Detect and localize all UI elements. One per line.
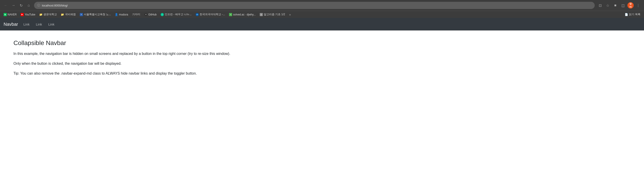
lock-icon: ⓘ	[37, 3, 40, 8]
bookmark-solved-label: solved.ac · djwhy...	[233, 13, 256, 16]
bookmark-gukbae-label: 국비패캠	[65, 12, 76, 16]
navbar-brand[interactable]: Navbar	[4, 22, 18, 27]
content-paragraph-2: Only when the button is clicked, the nav…	[14, 61, 256, 66]
menu-button[interactable]: ⋮	[635, 2, 641, 8]
refresh-button[interactable]: ↻	[18, 2, 24, 8]
bookmarks-bar: N NAVER ▶ YouTube 📁 광운대학교 📁 국비패캠 S 서울특별시…	[0, 11, 644, 18]
github-favicon: ⚬	[144, 13, 148, 16]
cast-button[interactable]: ◫	[620, 2, 626, 8]
bookmark-github-label: GitHub	[148, 13, 157, 16]
mudura-favicon: 👤	[115, 13, 118, 16]
bookmark-gajami-label: 가자미	[132, 12, 140, 16]
bookmark-algo[interactable]: {} 알고리즘 기초 1/2	[258, 12, 287, 17]
browser-chrome: ← → ↻ ⌂ ⓘ ⊡ ☆ ■ ◫ 앞타 ⋮	[0, 0, 644, 11]
browser-actions: ⊡ ☆ ■ ◫ 앞타 ⋮	[597, 2, 641, 8]
bookmark-mudura-label: mudura	[119, 13, 128, 16]
bookmark-gwangwoon-label: 광운대학교	[44, 12, 57, 16]
hankuk-favicon: H	[196, 13, 199, 16]
back-button[interactable]: ←	[3, 2, 9, 8]
navbar-link-3[interactable]: Link	[48, 20, 56, 28]
bookmark-seoul[interactable]: S 서울특별시교육청 노...	[78, 12, 113, 17]
bookmark-mudura[interactable]: 👤 mudura	[113, 12, 130, 17]
bookmark-gukbae[interactable]: 📁 국비패캠	[59, 12, 78, 17]
bookmark-naver-label: NAVER	[8, 13, 16, 16]
bookmark-seoul-label: 서울특별시교육청 노...	[84, 12, 111, 16]
screenshot-button[interactable]: ⊡	[597, 2, 603, 8]
content-paragraph-3: Tip: You can also remove the .navbar-exp…	[14, 71, 256, 76]
bookmark-algo-label: 알고리즘 기초 1/2	[264, 12, 285, 16]
bookmark-hankuk[interactable]: H 한국외국어대학교 -...	[194, 12, 227, 17]
forward-button[interactable]: →	[10, 2, 16, 8]
bookmark-naver[interactable]: N NAVER	[2, 12, 18, 17]
navbar-link-1[interactable]: Link	[22, 20, 30, 28]
bookmark-youtube-label: YouTube	[25, 13, 35, 16]
bookmark-star-button[interactable]: ☆	[604, 2, 611, 8]
naver-favicon: N	[4, 13, 7, 16]
bookmark-youtube[interactable]: ▶ YouTube	[19, 12, 37, 17]
bookmark-hankuk-label: 한국외국어대학교 -...	[200, 12, 225, 16]
reading-list-button[interactable]: 📄 읽기 목록	[623, 12, 642, 17]
home-button[interactable]: ⌂	[26, 2, 32, 8]
bookmark-gwangwoon[interactable]: 📁 광운대학교	[38, 12, 59, 17]
bookmark-github[interactable]: ⚬ GitHub	[142, 12, 158, 17]
nav-buttons: ← → ↻ ⌂	[3, 2, 32, 8]
address-bar[interactable]: ⓘ	[34, 2, 595, 9]
youtube-favicon: ▶	[20, 13, 24, 16]
seoul-favicon: S	[80, 13, 83, 16]
folder-icon: 📁	[40, 13, 42, 16]
algo-favicon: {}	[260, 13, 263, 16]
folder2-icon: 📁	[61, 13, 64, 16]
extensions-button[interactable]: ■	[612, 2, 618, 8]
solved-favicon: s	[229, 13, 232, 16]
bookmark-inflearn-label: 인프런 - 배우고 나누...	[165, 12, 192, 16]
bookmark-gajami[interactable]: 가자미	[130, 12, 142, 17]
url-input[interactable]	[42, 4, 592, 7]
app-navbar: Navbar Link Link Link	[0, 18, 644, 30]
bookmark-inflearn[interactable]: i 인프런 - 배우고 나누...	[159, 12, 194, 17]
reading-list-icon: 📄	[625, 13, 628, 16]
page-content: Collapsible Navbar In this example, the …	[0, 30, 269, 90]
content-title: Collapsible Navbar	[14, 40, 256, 46]
inflearn-favicon: i	[161, 13, 164, 16]
navbar-link-2[interactable]: Link	[35, 20, 43, 28]
profile-button[interactable]: 앞타	[628, 2, 634, 8]
bookmarks-more-button[interactable]: »	[288, 12, 292, 17]
reading-list-label: 읽기 목록	[629, 12, 640, 16]
content-paragraph-1: In this example, the navigation bar is h…	[14, 51, 256, 56]
bookmark-solved[interactable]: s solved.ac · djwhy...	[227, 12, 258, 17]
